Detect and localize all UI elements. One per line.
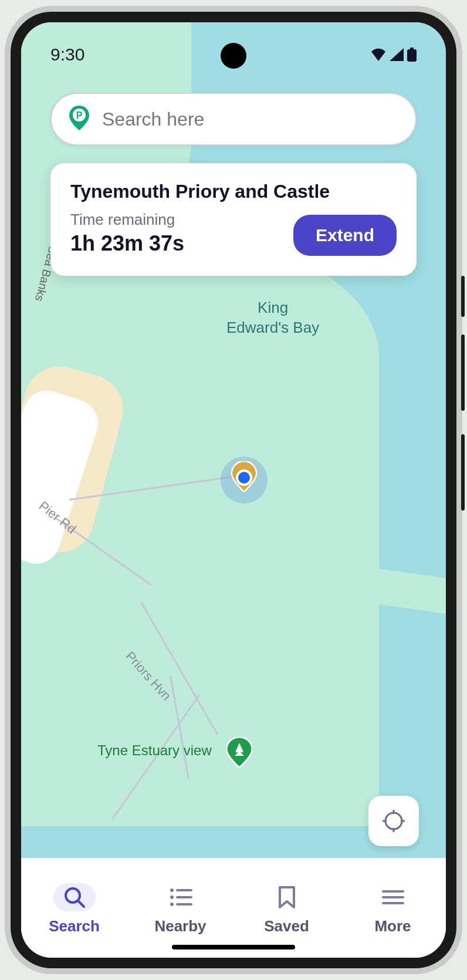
svg-point-4: [385, 813, 402, 829]
camera-cutout: [221, 43, 246, 69]
time-remaining-label: Time remaining: [70, 211, 184, 229]
side-button: [461, 334, 465, 411]
side-button: [461, 434, 465, 511]
svg-line-10: [78, 901, 84, 907]
map-label-tyne-estuary: Tyne Estuary view: [97, 741, 212, 759]
search-bar[interactable]: P: [50, 93, 417, 146]
time-remaining-value: 1h 23m 37s: [70, 231, 184, 256]
wifi-icon: [371, 48, 386, 61]
nav-label: Search: [49, 917, 100, 935]
bottom-nav: Search Nearby Saved: [21, 858, 446, 958]
nav-item-more[interactable]: More: [340, 860, 446, 958]
cell-signal-icon: [390, 48, 404, 61]
session-location: Tynemouth Priory and Castle: [70, 181, 397, 202]
nav-label: Nearby: [154, 917, 206, 935]
svg-point-13: [170, 895, 174, 899]
current-location-marker[interactable]: [221, 457, 268, 503]
search-icon: [63, 886, 86, 908]
search-input[interactable]: [102, 109, 398, 130]
svg-point-11: [170, 888, 174, 892]
svg-rect-1: [410, 48, 414, 50]
status-icons: [371, 48, 417, 62]
extend-button[interactable]: Extend: [293, 215, 397, 256]
svg-text:P: P: [76, 110, 83, 120]
nav-label: More: [374, 917, 411, 935]
crosshair-icon: [381, 809, 406, 833]
label-text: KingEdward's Bay: [226, 299, 319, 336]
gesture-bar[interactable]: [172, 945, 295, 949]
active-session-card[interactable]: Tynemouth Priory and Castle Time remaini…: [50, 163, 417, 276]
nav-label: Saved: [264, 917, 309, 935]
menu-icon: [382, 889, 404, 905]
screen: KingEdward's Bay Sea Banks Pier Rd Prior…: [21, 22, 446, 958]
list-icon: [169, 887, 192, 907]
nav-item-search[interactable]: Search: [21, 860, 127, 958]
nav-item-saved[interactable]: Saved: [234, 860, 340, 958]
locate-me-button[interactable]: [368, 796, 419, 846]
side-button: [461, 276, 465, 317]
status-time: 9:30: [50, 45, 84, 65]
poi-marker-tyne-estuary[interactable]: [226, 737, 252, 763]
location-dot-icon: [236, 469, 252, 486]
map-label-bay: KingEdward's Bay: [226, 298, 319, 338]
bookmark-icon: [278, 886, 296, 908]
device-frame: KingEdward's Bay Sea Banks Pier Rd Prior…: [11, 12, 456, 968]
nav-item-nearby[interactable]: Nearby: [127, 860, 234, 958]
svg-point-15: [170, 903, 174, 906]
battery-icon: [407, 48, 417, 62]
svg-rect-0: [407, 49, 417, 62]
parking-pin-icon: P: [69, 106, 89, 133]
